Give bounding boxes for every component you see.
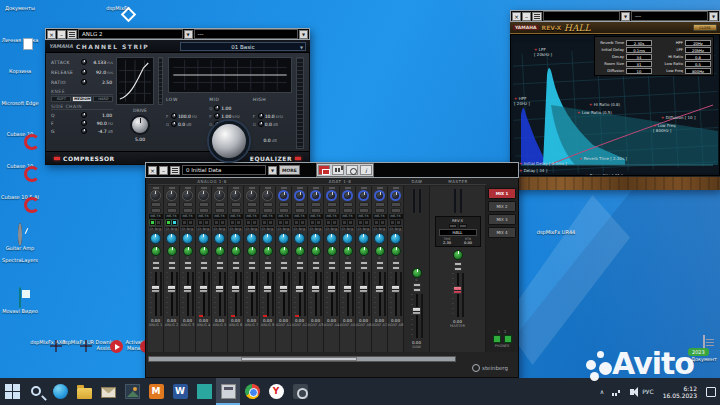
- chevron-down-icon[interactable]: ▼: [621, 12, 630, 21]
- gain-knob[interactable]: [258, 121, 264, 127]
- knee-medium-button[interactable]: MEDIUM: [72, 96, 92, 102]
- horizontal-scrollbar[interactable]: [148, 356, 456, 362]
- input-gain-knob[interactable]: [214, 190, 225, 201]
- morph-knob[interactable]: [209, 121, 249, 161]
- scene-combo[interactable]: 0 Initial Data: [182, 165, 266, 175]
- param-knob[interactable]: [81, 112, 87, 118]
- mix-button-mix-4[interactable]: MIX 4: [488, 227, 516, 238]
- tray-chevron-icon[interactable]: ∧: [596, 378, 608, 405]
- desktop-icon-left-0[interactable]: Документы: [0, 4, 40, 11]
- fx-buttons[interactable]: [390, 220, 401, 225]
- clock[interactable]: 6:12 16.05.2023: [658, 385, 702, 399]
- fx-buttons[interactable]: [278, 220, 289, 225]
- slot-combo[interactable]: [543, 11, 620, 21]
- pad-button[interactable]: [295, 202, 305, 207]
- reverb-time-graph-label[interactable]: Reverb Time [ 2.30s ]: [579, 156, 627, 161]
- pan-knob[interactable]: [199, 246, 209, 256]
- daw-strip[interactable]: C 0.00 DAW: [404, 186, 430, 352]
- pan-knob[interactable]: [391, 246, 401, 256]
- mute-solo-buttons[interactable]: [200, 261, 208, 270]
- mute-solo-buttons[interactable]: [184, 261, 192, 270]
- input-gain-knob[interactable]: [342, 190, 353, 201]
- taskbar-mail-icon[interactable]: [96, 378, 120, 405]
- input-gain-knob[interactable]: [182, 190, 193, 201]
- input-gain-knob[interactable]: [150, 190, 161, 201]
- revx-param-initial-delay[interactable]: Initial Delay0.1ms: [597, 46, 652, 53]
- input-gain-knob[interactable]: [198, 190, 209, 201]
- pad-button[interactable]: [279, 202, 289, 207]
- mixer-channel-anlg-8[interactable]: INS FXCh.StripC0.00ANLG 8: [260, 186, 276, 352]
- pad-button[interactable]: [263, 202, 273, 207]
- phones-buttons[interactable]: [493, 335, 512, 343]
- mixer-channel-adat-a7[interactable]: INS FXCh.StripC0.00ADAT A7: [372, 186, 388, 352]
- hpf-graph-label[interactable]: HPF [ 20Hz ]: [514, 96, 530, 106]
- phase-button[interactable]: [311, 208, 321, 213]
- freq-knob[interactable]: [171, 113, 177, 119]
- mix-button-mix-3[interactable]: MIX 3: [488, 214, 516, 225]
- freq-knob[interactable]: [214, 113, 220, 119]
- param-knob[interactable]: [81, 59, 87, 65]
- mixer-channel-anlg-1[interactable]: INS FXCh.StripC0.00ANLG 1: [148, 186, 164, 352]
- mute-solo-buttons[interactable]: [216, 261, 224, 270]
- mixer-channel-adat-a2[interactable]: INS FXCh.StripC0.00ADAT A2: [292, 186, 308, 352]
- channel-fader[interactable]: [390, 272, 402, 316]
- fx-buttons[interactable]: [358, 220, 369, 225]
- revx-param-low-ratio[interactable]: Low Ratio0.5: [656, 60, 711, 67]
- phase-button[interactable]: [231, 208, 241, 213]
- minimize-icon[interactable]: –: [57, 30, 66, 39]
- pad-button[interactable]: [359, 202, 369, 207]
- mixer-channel-adat-a3[interactable]: INS FXCh.StripC0.00ADAT A3: [308, 186, 324, 352]
- channel-fader[interactable]: [374, 272, 386, 316]
- desktop-icon-top[interactable]: dspMixFx: [98, 4, 138, 11]
- pad-button[interactable]: [199, 202, 209, 207]
- revx-panel-buttons[interactable]: [437, 224, 479, 228]
- taskbar-word-icon[interactable]: W: [168, 378, 192, 405]
- pad-button[interactable]: [311, 202, 321, 207]
- phase-button[interactable]: [343, 208, 353, 213]
- channel-strip-button[interactable]: Ch.Strip: [292, 226, 307, 231]
- send-knob[interactable]: [390, 233, 401, 244]
- preset-dropdown[interactable]: 01 Basic▼: [180, 42, 306, 51]
- phase-button[interactable]: [263, 208, 273, 213]
- channel-fader[interactable]: [166, 272, 178, 316]
- pad-button[interactable]: [231, 202, 241, 207]
- menu-icon[interactable]: [170, 166, 180, 175]
- mute-solo-buttons[interactable]: [328, 261, 336, 270]
- hi-ratio-graph-label[interactable]: Hi Ratio (0.8): [589, 102, 620, 107]
- taskbar-folder-icon[interactable]: [72, 378, 96, 405]
- mixer-channel-adat-a8[interactable]: INS FXCh.StripC0.00ADAT A8: [388, 186, 404, 352]
- fx-buttons[interactable]: [294, 220, 305, 225]
- send-knob[interactable]: [198, 233, 209, 244]
- menu-icon[interactable]: [532, 12, 542, 21]
- channel-fader[interactable]: [310, 272, 322, 316]
- channel-fader[interactable]: [246, 272, 258, 316]
- input-gain-knob[interactable]: [358, 190, 369, 201]
- mute-solo-buttons[interactable]: [264, 261, 272, 270]
- mute-solo-buttons[interactable]: [168, 261, 176, 270]
- phase-button[interactable]: [247, 208, 257, 213]
- send-knob[interactable]: [166, 233, 177, 244]
- taskbar-start-icon[interactable]: [0, 378, 24, 405]
- send-knob[interactable]: [150, 233, 161, 244]
- pan-knob[interactable]: [231, 246, 241, 256]
- channel-strip-button[interactable]: Ch.Strip: [372, 226, 387, 231]
- send-knob[interactable]: [358, 233, 369, 244]
- fx-buttons[interactable]: [374, 220, 385, 225]
- lpf-graph-label[interactable]: LPF [ 20kHz ]: [534, 47, 552, 57]
- phase-button[interactable]: [375, 208, 385, 213]
- revx-param-hi-ratio[interactable]: Hi Ratio0.8: [656, 53, 711, 60]
- revx-param-lpf[interactable]: LPF20kHz: [656, 46, 711, 53]
- close-icon[interactable]: ×: [148, 166, 157, 175]
- pan-knob[interactable]: [151, 246, 161, 256]
- desktop-icon-left-9[interactable]: Movavi Видео: [0, 288, 40, 314]
- send-knob[interactable]: [246, 233, 257, 244]
- send-knob[interactable]: [374, 233, 385, 244]
- pad-button[interactable]: [215, 202, 225, 207]
- mixer-channel-anlg-6[interactable]: INS FXCh.StripC0.00ANLG 6: [228, 186, 244, 352]
- revx-param-hpf[interactable]: HPF20Hz: [656, 39, 711, 46]
- minimize-icon[interactable]: –: [159, 166, 168, 175]
- pad-button[interactable]: [167, 202, 177, 207]
- pad-button[interactable]: [343, 202, 353, 207]
- revx-param-room-size[interactable]: Room Size31: [597, 60, 652, 67]
- mute-solo-buttons[interactable]: [312, 261, 320, 270]
